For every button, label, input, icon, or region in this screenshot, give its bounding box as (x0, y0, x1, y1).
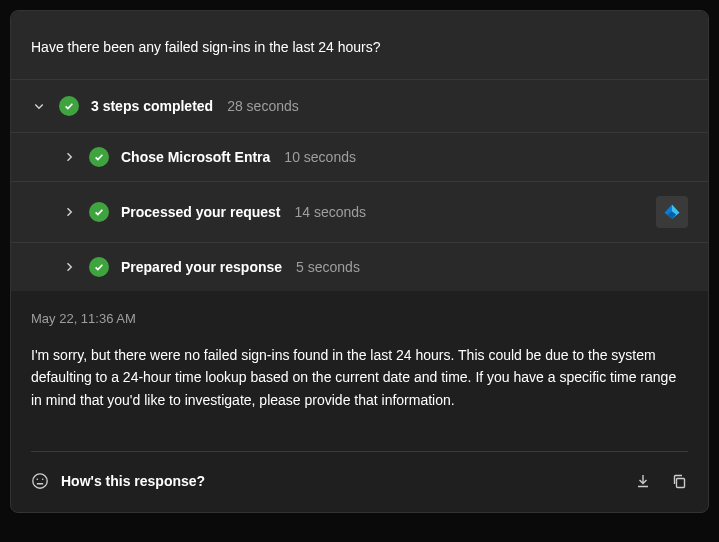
smiley-icon (31, 472, 49, 490)
svg-point-0 (33, 474, 47, 488)
response-body: May 22, 11:36 AM I'm sorry, but there we… (11, 291, 708, 452)
download-button[interactable] (634, 472, 652, 490)
steps-summary-row[interactable]: 3 steps completed 28 seconds (11, 80, 708, 133)
entra-product-icon (656, 196, 688, 228)
check-circle-icon (89, 202, 109, 222)
user-query: Have there been any failed sign-ins in t… (11, 11, 708, 80)
step-row-0[interactable]: Chose Microsoft Entra 10 seconds (11, 133, 708, 182)
feedback-prompt: How's this response? (61, 473, 205, 489)
process-panel: Have there been any failed sign-ins in t… (11, 11, 708, 291)
feedback-row: How's this response? (11, 452, 708, 512)
chevron-right-icon (61, 259, 77, 275)
step-duration: 14 seconds (295, 204, 367, 220)
step-label: Chose Microsoft Entra (121, 149, 270, 165)
step-label: Processed your request (121, 204, 281, 220)
summary-label: 3 steps completed (91, 98, 213, 114)
copilot-response-card: Have there been any failed sign-ins in t… (10, 10, 709, 513)
step-duration: 5 seconds (296, 259, 360, 275)
chevron-down-icon (31, 98, 47, 114)
step-duration: 10 seconds (284, 149, 356, 165)
chevron-right-icon (61, 204, 77, 220)
copy-button[interactable] (670, 472, 688, 490)
chevron-right-icon (61, 149, 77, 165)
check-circle-icon (89, 147, 109, 167)
summary-duration: 28 seconds (227, 98, 299, 114)
svg-rect-4 (677, 479, 685, 488)
check-circle-icon (89, 257, 109, 277)
response-timestamp: May 22, 11:36 AM (31, 311, 688, 326)
svg-point-2 (42, 479, 44, 481)
svg-point-1 (36, 479, 38, 481)
check-circle-icon (59, 96, 79, 116)
step-label: Prepared your response (121, 259, 282, 275)
step-row-1[interactable]: Processed your request 14 seconds (11, 182, 708, 243)
step-row-2[interactable]: Prepared your response 5 seconds (11, 243, 708, 291)
response-text: I'm sorry, but there were no failed sign… (31, 344, 688, 411)
response-actions (634, 472, 688, 490)
